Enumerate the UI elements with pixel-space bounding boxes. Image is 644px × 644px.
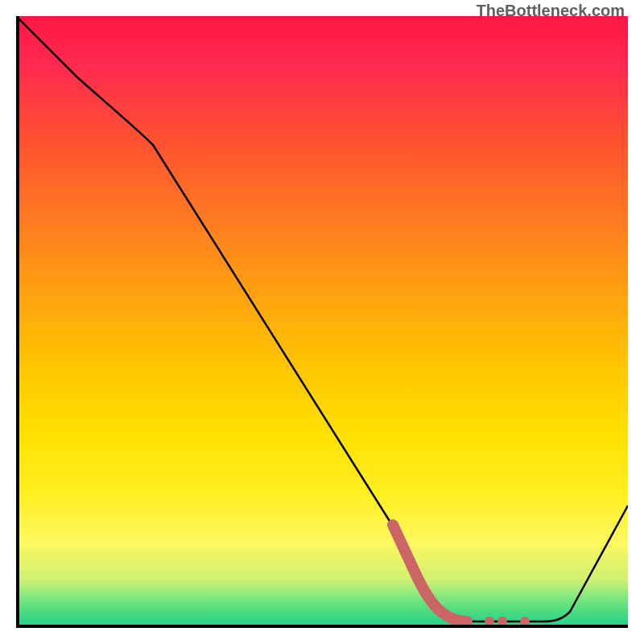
watermark-text: TheBottleneck.com — [477, 2, 625, 20]
chart-container: TheBottleneck.com — [0, 0, 644, 644]
chart-gradient-background — [16, 16, 628, 628]
x-axis — [16, 625, 628, 628]
y-axis — [16, 16, 19, 628]
